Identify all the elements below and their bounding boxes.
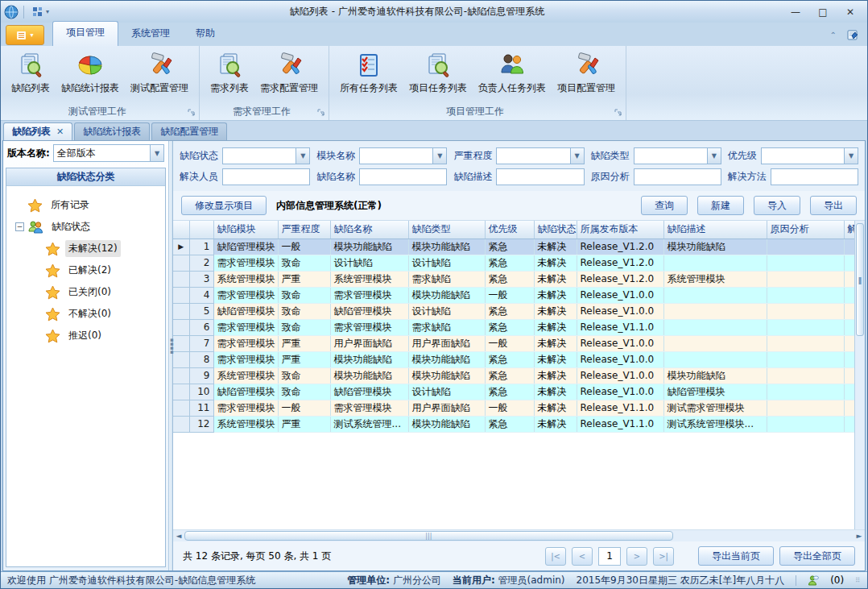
table-row[interactable]: 10缺陷管理模块致命缺陷管理模块设计缺陷紧急未解决Release_V1.0.0缺… bbox=[173, 384, 854, 400]
cell-缺陷模块[interactable]: 需求管理模块 bbox=[213, 351, 278, 367]
cell-优先级[interactable]: 一般 bbox=[485, 335, 534, 351]
dialog-launcher-icon[interactable] bbox=[188, 109, 196, 117]
cell-缺陷模块[interactable]: 缺陷管理模块 bbox=[213, 384, 278, 400]
filter-input-解决人员[interactable] bbox=[222, 168, 310, 185]
cell-解决方法[interactable] bbox=[844, 367, 854, 384]
cell-原因分析[interactable] bbox=[767, 319, 844, 335]
cell-缺陷模块[interactable]: 系统管理模块 bbox=[213, 367, 278, 384]
close-tab-icon[interactable]: ✕ bbox=[56, 127, 64, 137]
column-header-原因分析[interactable]: 原因分析 bbox=[767, 221, 844, 239]
scroll-left-icon[interactable]: ◄ bbox=[175, 532, 183, 540]
cell-缺陷名称[interactable]: 需求管理模块 bbox=[330, 319, 408, 335]
chevron-down-icon[interactable]: ▼ bbox=[570, 148, 584, 164]
cell-缺陷描述[interactable]: 系统管理模块 bbox=[663, 271, 767, 287]
ribbon-button-需求配置管理[interactable]: 需求配置管理 bbox=[254, 48, 324, 97]
ribbon-button-需求列表[interactable]: 需求列表 bbox=[205, 48, 254, 97]
cell-缺陷名称[interactable]: 用户界面缺陷 bbox=[330, 335, 408, 351]
cell-严重程度[interactable]: 致命 bbox=[278, 319, 330, 335]
cell-原因分析[interactable] bbox=[767, 400, 844, 416]
ribbon-button-负责人任务列表[interactable]: 负责人任务列表 bbox=[473, 48, 552, 97]
cell-缺陷名称[interactable]: 系统管理模块 bbox=[330, 271, 408, 287]
filter-input-缺陷描述[interactable] bbox=[496, 168, 584, 185]
last-page-button[interactable]: >| bbox=[653, 547, 674, 566]
cell-严重程度[interactable]: 严重 bbox=[278, 351, 330, 367]
tree-item-缺陷状态[interactable]: −缺陷状态 bbox=[8, 216, 163, 238]
row-selector-cell[interactable] bbox=[173, 303, 189, 319]
row-selector-cell[interactable] bbox=[173, 367, 189, 384]
defect-table[interactable]: 缺陷模块严重程度缺陷名称缺陷类型优先级缺陷状态所属发布版本缺陷描述原因分析解决方… bbox=[173, 221, 854, 433]
quick-access-toolbar-button[interactable]: ▾ bbox=[29, 5, 52, 19]
cell-严重程度[interactable]: 致命 bbox=[278, 303, 330, 319]
ribbon-button-缺陷统计报表[interactable]: 缺陷统计报表 bbox=[56, 48, 125, 97]
chevron-down-icon[interactable]: ▼ bbox=[844, 148, 858, 164]
cell-缺陷名称[interactable]: 模块功能缺陷 bbox=[330, 367, 408, 384]
column-header-缺陷模块[interactable]: 缺陷模块 bbox=[213, 221, 278, 239]
tree-item-推迟(0)[interactable]: 推迟(0) bbox=[8, 325, 163, 346]
cell-缺陷描述[interactable]: 测试需求管理模块 bbox=[663, 400, 767, 416]
table-row[interactable]: 5缺陷管理模块致命缺陷管理模块设计缺陷紧急未解决Release_V1.0.0 bbox=[173, 303, 854, 319]
cell-缺陷模块[interactable]: 需求管理模块 bbox=[213, 319, 278, 335]
row-selector-cell[interactable] bbox=[173, 319, 189, 335]
cell-原因分析[interactable] bbox=[767, 287, 844, 303]
cell-优先级[interactable]: 紧急 bbox=[485, 384, 534, 400]
cell-优先级[interactable]: 紧急 bbox=[485, 319, 534, 335]
cell-优先级[interactable]: 一般 bbox=[485, 400, 534, 416]
cell-解决方法[interactable] bbox=[844, 400, 854, 416]
ribbon-tab-系统管理[interactable]: 系统管理 bbox=[118, 23, 183, 46]
tree-item-已解决(2)[interactable]: 已解决(2) bbox=[8, 259, 163, 281]
query-button[interactable]: 查询 bbox=[641, 196, 688, 215]
tree-item-所有记录[interactable]: 所有记录 bbox=[8, 194, 163, 216]
cell-缺陷描述[interactable] bbox=[663, 351, 767, 367]
dialog-launcher-icon[interactable] bbox=[317, 109, 325, 117]
cell-原因分析[interactable] bbox=[767, 239, 844, 255]
column-header-缺陷类型[interactable]: 缺陷类型 bbox=[408, 221, 485, 239]
cell-解决方法[interactable] bbox=[844, 303, 854, 319]
cell-严重程度[interactable]: 致命 bbox=[278, 367, 330, 384]
filter-input-解决方法[interactable] bbox=[771, 168, 858, 185]
filter-combobox-缺陷状态[interactable]: ▼ bbox=[222, 147, 310, 164]
horizontal-scrollbar[interactable]: ◄ ||| ► bbox=[173, 529, 865, 541]
cell-严重程度[interactable]: 致命 bbox=[278, 255, 330, 271]
table-row[interactable]: 11需求管理模块一般需求管理模块用户界面缺陷一般未解决Release_V1.1.… bbox=[173, 400, 854, 416]
column-header-优先级[interactable]: 优先级 bbox=[485, 221, 534, 239]
row-selector-cell[interactable] bbox=[173, 335, 189, 351]
tree-item-不解决(0)[interactable]: 不解决(0) bbox=[8, 303, 163, 325]
table-row[interactable]: 3系统管理模块严重系统管理模块需求缺陷紧急未解决Release_V1.2.0系统… bbox=[173, 271, 854, 287]
cell-所属发布版本[interactable]: Release_V1.0.0 bbox=[577, 384, 663, 400]
cell-严重程度[interactable]: 一般 bbox=[278, 400, 330, 416]
cell-原因分析[interactable] bbox=[767, 271, 844, 287]
cell-解决方法[interactable] bbox=[844, 271, 854, 287]
table-row[interactable]: 12系统管理模块严重测试系统管理...模块功能缺陷紧急未解决Release_V1… bbox=[173, 416, 854, 432]
filter-combobox-优先级[interactable]: ▼ bbox=[761, 147, 858, 164]
column-header-解决方法[interactable]: 解决方法 bbox=[844, 221, 854, 239]
chevron-down-icon[interactable]: ▼ bbox=[150, 145, 163, 161]
cell-缺陷模块[interactable]: 缺陷管理模块 bbox=[213, 303, 278, 319]
tree-expander-icon[interactable]: − bbox=[15, 222, 24, 231]
modify-display-items-button[interactable]: 修改显示项目 bbox=[181, 196, 267, 215]
export-button[interactable]: 导出 bbox=[810, 196, 857, 215]
cell-解决方法[interactable] bbox=[844, 255, 854, 271]
cell-缺陷名称[interactable]: 模块功能缺陷 bbox=[330, 351, 408, 367]
cell-缺陷类型[interactable]: 用户界面缺陷 bbox=[408, 400, 485, 416]
cell-缺陷模块[interactable]: 需求管理模块 bbox=[213, 255, 278, 271]
cell-优先级[interactable]: 一般 bbox=[485, 287, 534, 303]
cell-缺陷状态[interactable]: 未解决 bbox=[534, 239, 577, 255]
cell-缺陷模块[interactable]: 需求管理模块 bbox=[213, 400, 278, 416]
cell-缺陷状态[interactable]: 未解决 bbox=[534, 287, 577, 303]
cell-所属发布版本[interactable]: Release_V1.2.0 bbox=[577, 255, 663, 271]
cell-缺陷状态[interactable]: 未解决 bbox=[534, 351, 577, 367]
sidebar-splitter[interactable]: ▪▪▪▪ bbox=[168, 141, 173, 570]
ribbon-button-缺陷列表[interactable]: 缺陷列表 bbox=[6, 48, 56, 97]
cell-缺陷模块[interactable]: 系统管理模块 bbox=[213, 416, 278, 432]
chevron-down-icon[interactable]: ▼ bbox=[296, 148, 309, 164]
cell-解决方法[interactable] bbox=[844, 335, 854, 351]
chevron-down-icon[interactable]: ▼ bbox=[432, 148, 446, 164]
tree-item-已关闭(0)[interactable]: 已关闭(0) bbox=[8, 281, 163, 303]
application-menu-button[interactable]: ▾ bbox=[6, 25, 44, 45]
cell-缺陷描述[interactable] bbox=[663, 335, 767, 351]
cell-原因分析[interactable] bbox=[767, 303, 844, 319]
cell-所属发布版本[interactable]: Release_V1.0.0 bbox=[577, 367, 663, 384]
column-header-缺陷名称[interactable]: 缺陷名称 bbox=[330, 221, 408, 239]
cell-缺陷状态[interactable]: 未解决 bbox=[534, 384, 577, 400]
cell-缺陷类型[interactable]: 模块功能缺陷 bbox=[408, 351, 485, 367]
